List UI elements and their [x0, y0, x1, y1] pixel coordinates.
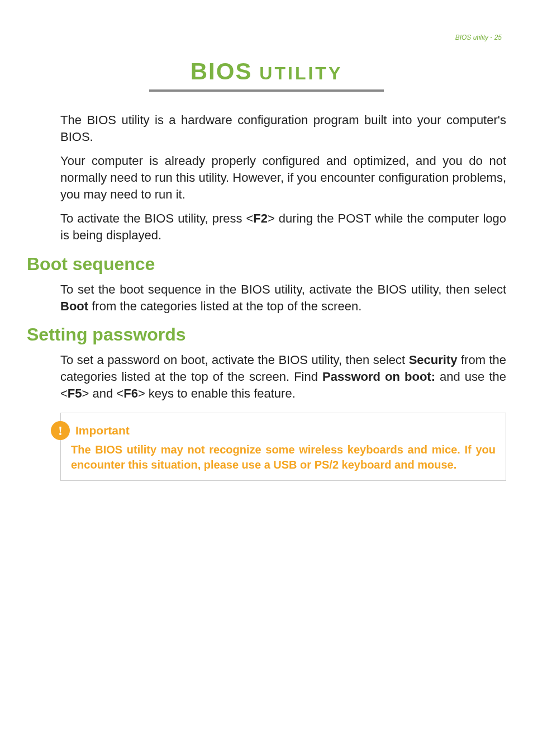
warning-icon: !: [51, 421, 70, 440]
warning-icon-mark: !: [58, 423, 63, 438]
setting-passwords-heading: Setting passwords: [27, 324, 506, 345]
boot-body-pre: To set the boot sequence in the BIOS uti…: [60, 282, 506, 296]
pw-body-post: > keys to enable this feature.: [138, 386, 296, 400]
important-callout: ! Important The BIOS utility may not rec…: [60, 413, 506, 481]
f6-key-label: F6: [123, 386, 138, 400]
title-underline: [149, 89, 384, 92]
f2-key-label: F2: [253, 211, 268, 225]
pw-body-mid3: > and <: [82, 386, 124, 400]
callout-body: The BIOS utility may not recognize some …: [71, 442, 496, 472]
intro-paragraph-1: The BIOS utility is a hardware configura…: [60, 112, 506, 145]
intro-paragraph-3: To activate the BIOS utility, press <F2>…: [60, 210, 506, 243]
setting-passwords-body: To set a password on boot, activate the …: [60, 352, 506, 401]
password-on-boot-label: Password on boot:: [322, 370, 435, 384]
intro-paragraph-2: Your computer is already properly config…: [60, 153, 506, 202]
pw-body-pre: To set a password on boot, activate the …: [60, 353, 409, 367]
security-bold-label: Security: [409, 353, 458, 367]
boot-bold-label: Boot: [60, 299, 88, 313]
header-breadcrumb: BIOS utility - 25: [27, 34, 506, 41]
page-title: BIOS UTILITY: [27, 58, 506, 85]
f5-key-label: F5: [68, 386, 82, 400]
boot-body-post: from the categories listed at the top of…: [88, 299, 361, 313]
callout-header: ! Important: [51, 421, 496, 440]
boot-sequence-body: To set the boot sequence in the BIOS uti…: [60, 281, 506, 314]
callout-title: Important: [75, 424, 130, 437]
page-container: BIOS utility - 25 BIOS UTILITY The BIOS …: [0, 0, 533, 508]
boot-sequence-heading: Boot sequence: [27, 254, 506, 275]
intro3-pre: To activate the BIOS utility, press <: [60, 211, 253, 225]
title-part-utility: UTILITY: [252, 63, 342, 83]
title-part-bios: BIOS: [191, 58, 253, 84]
